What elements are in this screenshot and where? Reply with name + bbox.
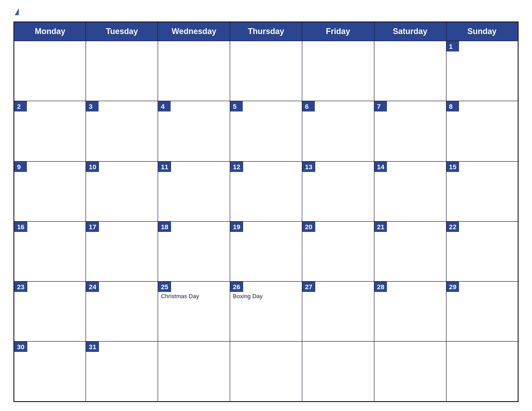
day-number: 18	[158, 222, 171, 232]
day-number: 30	[14, 342, 27, 352]
day-number: 9	[14, 162, 27, 172]
weekday-header-row: MondayTuesdayWednesdayThursdayFridaySatu…	[14, 22, 518, 41]
day-number: 16	[14, 222, 27, 232]
calendar-cell: 9	[14, 161, 86, 221]
day-number: 5	[230, 101, 243, 111]
day-number: 24	[86, 282, 99, 292]
day-number: 22	[446, 222, 459, 232]
calendar-table: MondayTuesdayWednesdayThursdayFridaySatu…	[13, 21, 519, 402]
logo-triangle-icon	[15, 8, 19, 15]
calendar-cell: 20	[302, 221, 374, 281]
weekday-header-thursday: Thursday	[230, 22, 302, 41]
calendar-cell: 14	[374, 161, 446, 221]
calendar-cell: 18	[158, 221, 230, 281]
day-number: 28	[374, 282, 387, 292]
calendar-cell: 7	[374, 101, 446, 161]
day-number: 11	[158, 162, 171, 172]
calendar-cell	[14, 41, 86, 101]
calendar-cell: 15	[446, 161, 518, 221]
day-number: 8	[446, 101, 459, 111]
calendar-cell: 1	[446, 41, 518, 101]
week-row-3: 9101112131415	[14, 161, 518, 221]
day-number: 1	[446, 41, 459, 51]
logo	[13, 8, 19, 16]
calendar-cell: 8	[446, 101, 518, 161]
holiday-label: Boxing Day	[230, 292, 302, 300]
calendar-cell: 5	[230, 101, 302, 161]
calendar-cell	[302, 342, 374, 402]
weekday-header-sunday: Sunday	[446, 22, 518, 41]
day-number: 14	[374, 162, 387, 172]
day-number: 26	[230, 282, 243, 292]
calendar-cell	[158, 342, 230, 402]
calendar-cell: 19	[230, 221, 302, 281]
calendar-cell: 24	[86, 282, 158, 342]
day-number: 21	[374, 222, 387, 232]
calendar-cell: 29	[446, 282, 518, 342]
day-number: 7	[374, 101, 387, 111]
calendar-cell: 27	[302, 282, 374, 342]
day-number: 12	[230, 162, 243, 172]
calendar-cell: 11	[158, 161, 230, 221]
day-number: 27	[302, 282, 315, 292]
calendar-cell	[446, 342, 518, 402]
calendar-cell: 4	[158, 101, 230, 161]
calendar-cell: 22	[446, 221, 518, 281]
week-row-5: 232425Christmas Day26Boxing Day272829	[14, 282, 518, 342]
week-row-4: 16171819202122	[14, 221, 518, 281]
calendar-cell: 2	[14, 101, 86, 161]
day-number: 13	[302, 162, 315, 172]
day-number: 2	[14, 101, 27, 111]
calendar-cell: 30	[14, 342, 86, 402]
calendar-cell	[86, 41, 158, 101]
day-number: 29	[446, 282, 459, 292]
calendar-cell: 16	[14, 221, 86, 281]
day-number: 20	[302, 222, 315, 232]
day-number: 3	[86, 101, 99, 111]
day-number: 25	[158, 282, 171, 292]
calendar-cell	[230, 41, 302, 101]
calendar-cell: 3	[86, 101, 158, 161]
page-header	[13, 8, 519, 16]
calendar-cell: 26Boxing Day	[230, 282, 302, 342]
calendar-cell: 21	[374, 221, 446, 281]
calendar-cell: 17	[86, 221, 158, 281]
calendar-cell: 10	[86, 161, 158, 221]
week-row-2: 2345678	[14, 101, 518, 161]
calendar-cell: 31	[86, 342, 158, 402]
day-number: 17	[86, 222, 99, 232]
day-number: 10	[86, 162, 99, 172]
day-number: 31	[86, 342, 99, 352]
weekday-header-monday: Monday	[14, 22, 86, 41]
week-row-6: 3031	[14, 342, 518, 402]
day-number: 15	[446, 162, 459, 172]
calendar-cell	[230, 342, 302, 402]
day-number: 23	[14, 282, 27, 292]
day-number: 19	[230, 222, 243, 232]
calendar-cell: 12	[230, 161, 302, 221]
weekday-header-saturday: Saturday	[374, 22, 446, 41]
calendar-cell: 23	[14, 282, 86, 342]
calendar-cell: 6	[302, 101, 374, 161]
holiday-label: Christmas Day	[158, 292, 230, 300]
calendar-cell: 25Christmas Day	[158, 282, 230, 342]
calendar-cell	[374, 41, 446, 101]
calendar-cell	[302, 41, 374, 101]
calendar-cell	[374, 342, 446, 402]
day-number: 4	[158, 101, 171, 111]
calendar-cell: 13	[302, 161, 374, 221]
day-number: 6	[302, 101, 315, 111]
weekday-header-tuesday: Tuesday	[86, 22, 158, 41]
calendar-cell	[158, 41, 230, 101]
week-row-1: 1	[14, 41, 518, 101]
calendar-cell: 28	[374, 282, 446, 342]
weekday-header-friday: Friday	[302, 22, 374, 41]
weekday-header-wednesday: Wednesday	[158, 22, 230, 41]
